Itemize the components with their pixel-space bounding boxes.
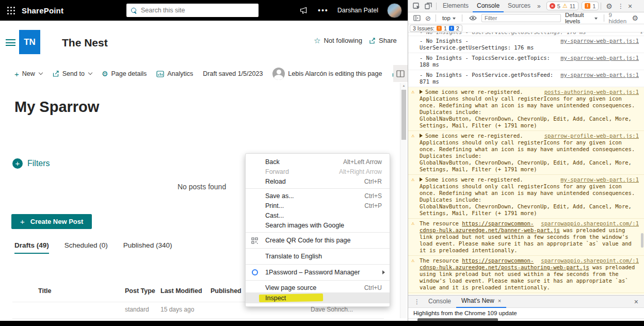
drawer-kebab-icon[interactable]: ⋮ — [411, 298, 423, 305]
more-options-icon[interactable]: ••• — [318, 6, 329, 14]
dropdown-arrow-icon — [453, 18, 456, 20]
page-pane-toggle-button[interactable] — [393, 65, 408, 82]
errors-warnings-badge[interactable]: × 5 ⚠ 11 — [546, 2, 578, 10]
console-message: my-sparrow-web-part.js:1 - No Insights -… — [408, 70, 644, 87]
tab-published[interactable]: Published (340) — [123, 241, 172, 254]
share-site-button[interactable]: Share — [368, 37, 397, 44]
search-input[interactable] — [141, 7, 254, 14]
console-filter-input[interactable] — [481, 14, 561, 22]
new-button[interactable]: + New — [14, 70, 42, 78]
send-to-button[interactable]: Send to — [52, 70, 92, 77]
page-scrollbar[interactable]: ▲ — [400, 83, 407, 318]
source-link[interactable]: posts-authoring-web-part.js:1 — [544, 89, 639, 95]
menu-item-create-qr-code[interactable]: Create QR Code for this page — [246, 235, 390, 246]
hidden-messages-label[interactable]: 9 hidden — [609, 12, 627, 24]
site-logo[interactable]: TN — [19, 30, 40, 54]
settings-gear-icon[interactable]: ⚙ — [603, 2, 615, 10]
eye-icon[interactable] — [467, 15, 479, 21]
table-row[interactable]: standard 15 days ago Dave Sohnch... — [0, 306, 408, 314]
issues-badge[interactable]: ! 1 — [582, 2, 599, 10]
gear-icon: ⚙ — [102, 70, 108, 77]
source-link[interactable]: my-sparrow-web-part.js:1 — [560, 38, 639, 44]
user-name[interactable]: Darshan Patel — [337, 7, 378, 14]
source-link[interactable]: sparrow-profile-web-part.js:1 — [544, 133, 639, 139]
issues-bar: 3 Issues: ! 1 i 2 — [408, 24, 644, 32]
site-search-box[interactable] — [126, 4, 259, 17]
column-post-type[interactable]: Post Type — [125, 287, 155, 295]
scrollbar-thumb[interactable] — [401, 90, 406, 140]
follow-button[interactable]: ☆ Not following — [314, 37, 362, 44]
console-sidebar-icon[interactable] — [411, 15, 423, 21]
search-icon — [131, 8, 137, 13]
issue-icon: ! — [585, 3, 590, 9]
close-tab-icon[interactable]: × — [498, 295, 501, 307]
column-published[interactable]: Published — [211, 287, 242, 295]
cell-author: Dave Sohnch... — [311, 306, 353, 313]
menu-item-view-page-source[interactable]: View page source Ctrl+U — [246, 283, 390, 292]
shortcut-label: Ctrl+R — [364, 178, 382, 185]
tab-drafts[interactable]: Drafts (49) — [14, 241, 49, 254]
log-levels-select[interactable]: Default levels — [564, 12, 599, 24]
megaphone-icon[interactable] — [299, 6, 309, 15]
source-link[interactable]: my-sparrow-web-part.js:1 — [560, 176, 639, 183]
divider — [462, 14, 462, 22]
scroll-up-arrow-icon[interactable]: ▲ — [400, 84, 407, 87]
expand-caret-icon[interactable] — [420, 90, 423, 94]
user-avatar[interactable] — [387, 3, 402, 18]
column-title[interactable]: Title — [38, 287, 51, 295]
issues-summary-chip[interactable]: 3 Issues: ! 1 i 2 — [410, 25, 462, 32]
tab-console[interactable]: Console — [473, 0, 504, 12]
inspect-element-icon[interactable] — [411, 3, 423, 10]
clear-console-icon[interactable]: ⊘ — [425, 14, 431, 22]
warning-icon: ⚠ — [411, 176, 414, 183]
tab-elements[interactable]: Elements — [439, 0, 473, 12]
menu-separator — [246, 248, 390, 249]
post-status-tabs: Drafts (49) Scheduled (0) Published (340… — [14, 241, 172, 254]
suite-bar: SharePoint ••• Darshan Patel — [0, 0, 408, 21]
source-link[interactable]: my-sparrow-web-part.js:1 — [560, 55, 639, 61]
toggle-device-toolbar-icon[interactable] — [423, 3, 434, 9]
suite-right-cluster: ••• Darshan Patel — [299, 3, 408, 18]
page-title: My Sparrow — [14, 99, 99, 116]
menu-item-1password[interactable]: 1Password – Password Manager — [246, 267, 390, 278]
filters-plus-icon: + — [12, 158, 23, 169]
menu-item-cast[interactable]: Cast... — [246, 210, 390, 220]
filters-button[interactable]: + Filters — [12, 158, 50, 169]
bottom-letterbox-bar — [0, 321, 644, 326]
console-scrollbar-thumb[interactable] — [641, 233, 643, 248]
app-launcher-button[interactable] — [0, 0, 22, 21]
site-title: The Nest — [62, 37, 108, 49]
menu-item-search-images[interactable]: Search images with Google — [246, 220, 390, 230]
javascript-context-select[interactable]: top — [441, 15, 457, 21]
shortcut-label: Alt+Left Arrow — [343, 158, 382, 166]
shortcut-label: Ctrl+U — [364, 284, 382, 291]
tab-sources[interactable]: Sources — [504, 0, 535, 12]
column-last-modified[interactable]: Last Modified — [160, 287, 202, 295]
menu-item-reload[interactable]: Reload Ctrl+R — [246, 176, 390, 186]
expand-caret-icon[interactable] — [420, 177, 423, 182]
drawer-tab-whats-new[interactable]: What's New × — [456, 296, 506, 308]
kebab-menu-icon[interactable]: ⋮ — [615, 3, 626, 10]
more-tabs-icon[interactable]: » — [535, 3, 543, 10]
tab-scheduled[interactable]: Scheduled (0) — [65, 241, 108, 254]
scroll-up-arrow-icon[interactable]: ▲ — [640, 31, 643, 34]
menu-item-back[interactable]: Back Alt+Left Arrow — [246, 157, 390, 167]
source-link[interactable]: sparrowappio.sharepoint.com/:1 — [541, 257, 639, 264]
console-warning-message: ⚠ sparrow-profile-web-part.js:1 Some ico… — [408, 131, 644, 175]
page-details-button[interactable]: ⚙ Page details — [102, 70, 147, 77]
suite-app-name[interactable]: SharePoint — [22, 6, 63, 15]
menu-item-inspect[interactable]: Inspect — [246, 292, 390, 303]
source-link[interactable]: sparrowappio.sharepoint.com/:1 — [541, 220, 639, 227]
close-devtools-icon[interactable]: × — [626, 2, 635, 10]
console-settings-gear-icon[interactable]: ⚙ — [629, 14, 641, 22]
drawer-tab-console[interactable]: Console — [423, 296, 456, 308]
close-drawer-icon[interactable]: × — [631, 298, 641, 306]
expand-caret-icon[interactable] — [420, 134, 423, 138]
menu-item-print[interactable]: Print... Ctrl+P — [246, 201, 390, 210]
create-new-post-button[interactable]: + Create New Post — [11, 214, 92, 229]
hub-nav-menu-icon[interactable] — [6, 39, 15, 46]
analytics-button[interactable]: Analytics — [156, 70, 193, 77]
source-link[interactable]: my-sparrow-web-part.js:1 — [560, 72, 639, 78]
menu-item-translate[interactable]: Translate to English — [246, 251, 390, 262]
menu-item-save-as[interactable]: Save as... Ctrl+S — [246, 191, 390, 201]
